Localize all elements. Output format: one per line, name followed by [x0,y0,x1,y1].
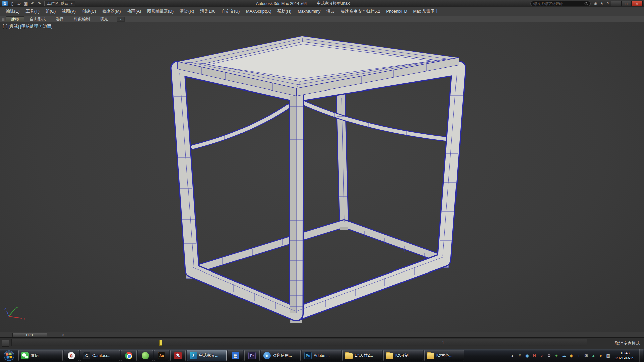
menu-item[interactable]: 编辑(E) [3,7,23,16]
menu-item[interactable]: MAXScript(X) [243,7,274,16]
menu-item[interactable]: 动画(A) [124,7,144,16]
taskbar-button-wechat[interactable]: 微信 [18,350,63,361]
mini-curve-editor-button[interactable]: ~ [2,340,9,347]
undo-icon[interactable]: ↶ [29,1,36,7]
tray-chevron-icon[interactable]: ▴ [510,353,515,358]
camtasia-icon: C [83,352,90,359]
ribbon-tabs: 建模自由形式选择对象绘制填充 [6,16,113,22]
tray-icon[interactable]: ☁ [561,353,567,358]
perspective-viewport[interactable]: [+] [透视] [明暗处理 + 边面] [0,22,644,332]
menu-item[interactable]: 渲云 [323,7,338,16]
taskbar-button-folder-k-record[interactable]: K:\录制 [383,350,423,361]
chevron-down-icon: ▾ [71,2,73,5]
search-input[interactable] [533,2,583,6]
redo-icon[interactable]: ↷ [36,1,43,7]
ribbon-tab-4[interactable]: 填充 [95,16,113,22]
menu-item[interactable]: PhoenixFD [383,7,410,16]
menu-item[interactable]: 自定义(U) [218,7,243,16]
taskbar-button-label: K:\古色... [436,353,453,358]
viewport-menu-shading[interactable]: [明暗处理 + 边面] [20,24,52,29]
taskbar-button-folder-k-guse[interactable]: K:\古色... [424,350,464,361]
menu-item[interactable]: 渲染(R) [177,7,197,16]
tray-icon[interactable]: ⚙ [547,353,552,358]
menu-item[interactable]: MaxMummy [294,7,323,16]
title-bar: 3 ▯ ▱ ▣ ↶ ↷ 工作区: 默认 ▾ Autodesk 3ds Max 2… [0,0,644,7]
new-file-icon[interactable]: ▯ [9,1,16,7]
viewport-3d-model[interactable] [0,22,644,332]
tray-icon[interactable]: ◉ [525,353,530,358]
tray-icon[interactable]: ✉ [584,353,589,358]
tray-icon[interactable]: ◆ [569,353,574,358]
ribbon-tab-2[interactable]: 选择 [51,16,68,22]
taskbar-button-360-browser[interactable] [138,350,153,361]
taskbar-button-welcome[interactable]: e 欢迎使用... [261,350,301,361]
communication-center-icon[interactable]: ◉ [593,1,599,6]
menu-item[interactable]: 视图(V) [59,7,79,16]
tray-icon[interactable]: ▥ [606,353,611,358]
minimize-button[interactable]: ─ [611,1,621,6]
taskbar-button-wan[interactable]: 丸 [170,350,186,361]
taskbar-button-camtasia[interactable]: C Camtasi... [80,350,120,361]
maximize-button[interactable]: □ [621,1,631,6]
cancel-expert-mode-button[interactable]: 取消专家模式 [615,341,640,346]
ribbon-tab-1[interactable]: 自由形式 [25,16,50,22]
favorites-star-icon[interactable]: ★ [599,1,605,6]
track-bar-strip[interactable] [11,339,587,346]
wan-app-icon: 丸 [174,352,182,359]
ribbon-tab-3[interactable]: 对象绘制 [69,16,95,22]
menu-item[interactable]: 组(G) [43,7,59,16]
tray-icon[interactable]: ↑ [576,353,581,358]
tray-icon[interactable]: ♪ [539,353,544,358]
next-frame-arrow[interactable]: > [61,333,66,337]
show-desktop-button[interactable] [639,349,643,362]
ribbon-grip-handle[interactable]: ▮▮ [2,18,4,21]
taskbar-button-audition[interactable]: Au [154,350,169,361]
menu-item[interactable]: Max 杀毒卫士 [410,7,442,16]
close-button[interactable]: × [631,1,643,6]
3dsmax-logo-icon[interactable]: 3 [2,1,8,6]
taskbar-button-3dsmax[interactable]: 3 中式家具... [187,350,227,361]
start-button[interactable] [1,349,17,362]
search-icon[interactable] [584,2,588,5]
taskbar-clock[interactable]: 16:48 2021-03-25 [615,351,634,360]
tray-icon[interactable]: # [517,353,522,358]
menu-item[interactable]: 渲染100 [197,7,218,16]
taskbar-button-blue-app[interactable]: ▦ [228,350,243,361]
workspace-dropdown[interactable]: 工作区: 默认 ▾ [44,1,75,6]
camtasia-recorder-icon: C [68,352,75,359]
tray-icon[interactable]: ● [598,353,603,358]
ribbon-collapse-button[interactable]: ▾ [117,17,125,22]
viewport-menu-view[interactable]: [透视] [8,24,19,29]
ribbon-tab-0[interactable]: 建模 [6,16,24,22]
tray-icon[interactable]: N [532,353,537,358]
menu-item[interactable]: 图形编辑器(D) [144,7,177,16]
clock-date: 2021-03-25 [615,356,634,360]
windows-logo-icon [3,350,15,361]
menu-item[interactable]: 极速瘦身安全归档5.2 [338,7,383,16]
save-file-icon[interactable]: ▣ [22,1,29,7]
taskbar-button-camtasia-recorder[interactable]: C [64,350,79,361]
taskbar-button-photoshop[interactable]: Ps Adobe ... [302,350,341,361]
open-file-icon[interactable]: ▱ [16,1,22,7]
viewport-menu-plus[interactable]: [+] [3,24,7,29]
chrome-icon [125,352,132,359]
axis-y-label: y [16,306,18,309]
menu-item[interactable]: 工具(T) [23,7,43,16]
ribbon-tab-row: ▮▮ 建模自由形式选择对象绘制填充 ▾ [0,16,644,22]
time-slider-track[interactable]: 0 / 1 > [0,332,644,337]
tray-icon[interactable]: ▲ [591,353,596,358]
taskbar-button-folder-e[interactable]: E:\天竹2... [342,350,382,361]
menu-item[interactable]: 帮助(H) [274,7,294,16]
infocenter-search[interactable] [530,1,591,6]
tray-icon[interactable]: + [554,353,559,358]
time-slider-groove[interactable] [1,335,642,335]
current-frame-marker[interactable] [159,340,162,346]
taskbar-button-label: Camtasi... [92,353,110,358]
help-icon[interactable]: ? [605,1,611,6]
menu-item[interactable]: 修改器(M) [99,7,124,16]
time-slider-handle[interactable]: 0 / 1 [12,333,47,337]
taskbar-button-premiere[interactable]: Pr [244,350,260,361]
taskbar-button-chrome[interactable] [121,350,137,361]
audition-icon: Au [158,352,165,359]
menu-item[interactable]: 创建(C) [79,7,99,16]
